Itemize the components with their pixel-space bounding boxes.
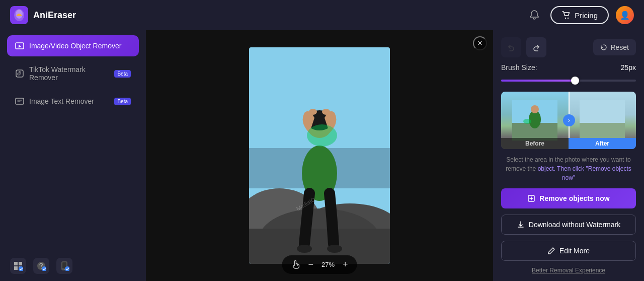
svg-rect-7	[19, 262, 22, 265]
svg-point-32	[307, 124, 337, 147]
sidebar-item-label-2: TikTok Watermark Remover	[29, 65, 109, 82]
zoom-out-button[interactable]: −	[308, 259, 313, 270]
bottom-toolbar: − 27% +	[282, 255, 357, 274]
brush-size-label: Brush Size:	[501, 63, 537, 72]
canvas-area[interactable]: ×	[146, 30, 493, 281]
hand-cursor-button[interactable]	[291, 260, 300, 269]
svg-point-29	[322, 109, 330, 115]
image-text-icon	[15, 97, 24, 106]
before-preview-image	[512, 100, 557, 140]
zoom-plus-icon: +	[343, 259, 348, 270]
close-button[interactable]: ×	[473, 36, 487, 50]
download-icon	[517, 221, 525, 229]
close-icon: ×	[477, 39, 482, 48]
svg-point-39	[523, 119, 531, 124]
sidebar-item-label-3: Image Text Remover	[29, 97, 109, 105]
zoom-level-label: 27%	[321, 261, 335, 268]
svg-point-31	[327, 245, 342, 253]
pricing-button[interactable]: Pricing	[550, 6, 609, 24]
main-content: ×	[146, 30, 644, 281]
tiktok-icon	[15, 69, 24, 78]
svg-point-15	[64, 269, 65, 270]
reset-icon	[600, 44, 607, 51]
brush-slider-track	[501, 80, 636, 82]
app-header: AniEraser	[0, 0, 146, 30]
ba-labels: Before After	[501, 138, 636, 149]
windows-download-icon[interactable]	[10, 258, 26, 274]
reset-label: Reset	[610, 43, 629, 51]
canvas-image-container: MediaIO MediaIO	[249, 47, 390, 264]
before-after-container: › Before After	[501, 92, 636, 149]
sidebar: AniEraser Image/Video Object Remover Tik…	[0, 0, 146, 281]
remove-objects-button[interactable]: Remove objects now	[501, 188, 636, 208]
better-removal-link[interactable]: Better Removal Experience	[501, 267, 636, 274]
edit-icon	[547, 247, 555, 255]
pricing-label: Pricing	[575, 11, 598, 20]
sidebar-item-tiktok-watermark-remover[interactable]: TikTok Watermark Remover Beta	[7, 59, 139, 88]
hand-icon	[291, 260, 300, 269]
svg-rect-8	[14, 266, 18, 270]
reset-button[interactable]: Reset	[593, 39, 636, 55]
remove-btn-label: Remove objects now	[539, 194, 609, 202]
brush-size-section: Brush Size: 25px	[501, 63, 636, 86]
right-panel: Reset Brush Size: 25px	[493, 30, 644, 281]
remove-icon	[527, 194, 535, 202]
edit-more-button[interactable]: Edit More	[501, 241, 636, 261]
sidebar-footer	[0, 251, 146, 281]
ios-download-icon[interactable]	[56, 258, 72, 274]
before-label: Before	[501, 138, 569, 149]
svg-point-18	[568, 18, 569, 19]
beta-badge-image-text: Beta	[114, 98, 131, 105]
undo-button[interactable]	[501, 37, 521, 57]
brush-size-value: 25px	[621, 63, 636, 72]
svg-point-38	[531, 105, 539, 113]
before-after-inner: › Before After	[501, 92, 636, 149]
user-avatar[interactable]: 👤	[616, 6, 634, 24]
app-logo-icon	[10, 6, 28, 24]
topbar: Pricing 👤	[146, 0, 644, 30]
brush-slider-container[interactable]	[501, 76, 636, 86]
download-btn-label: Download without Watermark	[529, 221, 620, 229]
edit-more-btn-label: Edit More	[559, 247, 590, 255]
svg-point-30	[297, 245, 312, 253]
brush-slider-fill	[501, 80, 575, 82]
notification-bell-icon[interactable]	[525, 6, 543, 24]
image-video-icon	[15, 41, 24, 50]
beta-badge-tiktok: Beta	[114, 70, 131, 78]
action-row: Reset	[501, 37, 636, 57]
svg-rect-6	[14, 262, 18, 265]
sidebar-item-image-text-remover[interactable]: Image Text Remover Beta	[7, 91, 139, 112]
canvas-photo: MediaIO MediaIO	[249, 47, 390, 264]
svg-rect-4	[16, 70, 23, 77]
sidebar-item-image-video-object-remover[interactable]: Image/Video Object Remover	[7, 35, 139, 56]
redo-icon	[532, 43, 541, 52]
macos-download-icon[interactable]	[33, 258, 49, 274]
zoom-minus-icon: −	[308, 259, 313, 270]
undo-icon	[507, 43, 516, 52]
svg-point-17	[565, 18, 566, 19]
sidebar-nav: Image/Video Object Remover TikTok Waterm…	[0, 30, 146, 251]
hint-text: Select the area in the photo where you w…	[501, 155, 636, 182]
sidebar-item-label-1: Image/Video Object Remover	[29, 42, 131, 50]
after-label: After	[569, 138, 636, 149]
svg-rect-5	[16, 98, 24, 104]
after-preview-image	[580, 100, 625, 140]
ba-arrow-icon: ›	[563, 114, 575, 126]
brush-slider-thumb[interactable]	[571, 77, 579, 85]
svg-point-28	[309, 109, 317, 115]
redo-button[interactable]	[526, 37, 546, 57]
brush-header: Brush Size: 25px	[501, 63, 636, 72]
download-without-watermark-button[interactable]: Download without Watermark	[501, 215, 636, 235]
zoom-in-button[interactable]: +	[343, 259, 348, 270]
cart-icon	[561, 11, 571, 20]
app-name-label: AniEraser	[33, 10, 76, 21]
